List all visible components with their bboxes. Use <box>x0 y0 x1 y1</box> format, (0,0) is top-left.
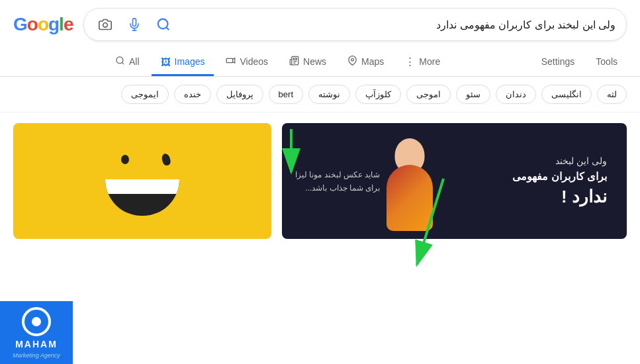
image-card-right[interactable]: شاید عکس لبخند مونا لیزا برای شما جذاب ب… <box>282 123 627 239</box>
chip-emoji2[interactable]: اموجی <box>406 85 451 104</box>
tab-more[interactable]: ⋮ More <box>396 49 449 76</box>
videos-tab-icon <box>226 56 236 68</box>
right-card-side-text: شاید عکس لبخند مونا لیزا برای شما جذاب ب… <box>295 170 380 193</box>
svg-point-3 <box>158 19 168 29</box>
nav-right: Settings Tools <box>532 50 627 75</box>
image-card-left[interactable] <box>13 123 271 239</box>
smiley-face <box>96 135 189 228</box>
smiley-mouth <box>105 179 179 216</box>
tab-all[interactable]: All <box>106 49 149 76</box>
tab-news[interactable]: News <box>280 49 336 76</box>
tab-videos[interactable]: Videos <box>216 49 277 76</box>
right-text-line3: ندارد ! <box>446 187 607 207</box>
mona-body <box>387 165 433 231</box>
chip-written[interactable]: نوشته <box>308 85 350 104</box>
search-bar[interactable]: ولی این لبخند برای کاربران مفهومی ندارد <box>83 8 627 41</box>
tab-settings[interactable]: Settings <box>532 50 584 75</box>
chip-lathe[interactable]: لثه <box>597 85 627 104</box>
smiley-eye-left <box>121 155 129 164</box>
maham-logo[interactable]: MAHAM Marketing Agency <box>0 301 73 364</box>
chip-seo[interactable]: سئو <box>456 85 490 104</box>
nav-tabs: All 🖼 Images Videos News Maps ⋮ More Set… <box>0 49 640 77</box>
chip-emoji[interactable]: ایموجی <box>121 85 169 104</box>
more-tab-icon: ⋮ <box>405 56 415 68</box>
chip-bert[interactable]: bert <box>269 85 303 104</box>
tab-tools[interactable]: Tools <box>586 50 627 75</box>
svg-point-5 <box>116 57 123 64</box>
chip-profile[interactable]: پروفایل <box>216 85 263 104</box>
google-logo[interactable]: Google <box>13 14 73 35</box>
filter-chips: لثه انگلیسی دندان سئو اموجی کلوزآپ نوشته… <box>0 77 640 113</box>
smiley-teeth <box>105 179 179 194</box>
maham-circle-icon <box>22 307 51 336</box>
chip-closeup[interactable]: کلوزآپ <box>355 85 401 104</box>
maham-inner-dot <box>32 317 41 326</box>
svg-point-0 <box>103 23 108 28</box>
search-icon[interactable] <box>153 14 174 35</box>
search-query: ولی این لبخند برای کاربران مفهومی ندارد <box>182 19 616 31</box>
search-tab-icon <box>115 56 125 68</box>
right-card-side-top: شاید عکس لبخند مونا لیزا <box>295 170 380 179</box>
right-card-side-bottom: برای شما جذاب باشد... <box>295 183 380 193</box>
svg-line-6 <box>122 62 124 64</box>
mona-lisa-figure <box>380 132 439 231</box>
maps-tab-icon <box>347 56 357 68</box>
right-text-line1: ولی این لبخند <box>446 156 607 166</box>
news-tab-icon <box>289 56 299 68</box>
chip-teeth[interactable]: دندان <box>496 85 536 104</box>
svg-line-4 <box>167 27 169 30</box>
maham-name: MAHAM <box>15 339 58 349</box>
header: Google <box>0 0 640 49</box>
smiley-eye-right <box>161 152 171 165</box>
tab-maps[interactable]: Maps <box>338 49 393 76</box>
maham-subtitle: Marketing Agency <box>13 352 60 359</box>
svg-rect-7 <box>227 58 233 62</box>
chip-laugh[interactable]: خنده <box>174 85 211 104</box>
right-text-line2: برای کاربران مفهومی <box>446 170 607 183</box>
right-card-center-text: ولی این لبخند برای کاربران مفهومی ندارد … <box>439 156 614 207</box>
camera-icon[interactable] <box>95 14 116 35</box>
chip-english[interactable]: انگلیسی <box>541 85 592 104</box>
tab-images[interactable]: 🖼 Images <box>152 50 214 76</box>
mic-icon[interactable] <box>124 14 145 35</box>
images-tab-icon: 🖼 <box>161 56 171 68</box>
image-grid: شاید عکس لبخند مونا لیزا برای شما جذاب ب… <box>0 113 640 250</box>
svg-point-8 <box>351 58 354 61</box>
